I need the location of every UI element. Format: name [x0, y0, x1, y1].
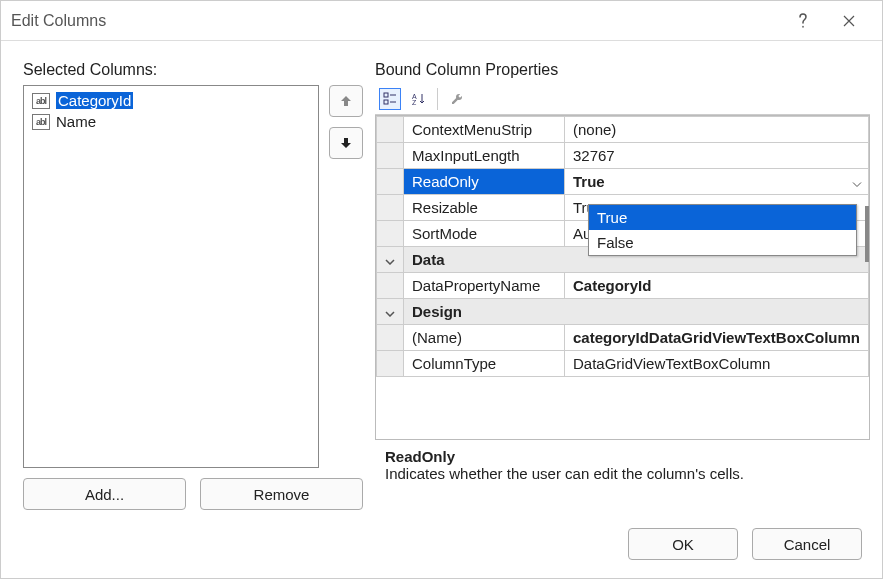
- add-button[interactable]: Add...: [23, 478, 186, 510]
- prop-value[interactable]: DataGridViewTextBoxColumn: [564, 351, 868, 377]
- dropdown-option-true[interactable]: True: [589, 205, 856, 230]
- prop-name: ContextMenuStrip: [404, 117, 565, 143]
- alphabetical-icon: AZ: [411, 92, 425, 106]
- columns-listbox[interactable]: abl CategoryId abl Name: [23, 85, 319, 468]
- edit-columns-dialog: Edit Columns Selected Columns: abl Categ…: [0, 0, 883, 579]
- window-title: Edit Columns: [11, 12, 780, 30]
- help-title: ReadOnly: [385, 448, 860, 465]
- property-row[interactable]: DataPropertyNameCategoryId: [377, 273, 869, 299]
- selected-columns-label: Selected Columns:: [23, 61, 363, 79]
- cancel-button[interactable]: Cancel: [752, 528, 862, 560]
- svg-text:Z: Z: [412, 99, 417, 106]
- dropdown-option-false[interactable]: False: [589, 230, 856, 255]
- property-row[interactable]: ContextMenuStrip(none): [377, 117, 869, 143]
- prop-name: ColumnType: [404, 351, 565, 377]
- toolbar-separator: [437, 88, 438, 110]
- property-row-selected[interactable]: ReadOnlyTrue: [377, 169, 869, 195]
- chevron-down-icon: [385, 311, 395, 317]
- property-grid-toolbar: AZ: [375, 83, 870, 115]
- move-up-button[interactable]: [329, 85, 363, 117]
- property-category[interactable]: Design: [377, 299, 869, 325]
- selected-columns-panel: Selected Columns: abl CategoryId abl Nam…: [23, 61, 363, 510]
- property-grid[interactable]: ContextMenuStrip(none) MaxInputLength327…: [375, 115, 870, 440]
- bound-props-label: Bound Column Properties: [375, 61, 870, 79]
- prop-value[interactable]: (none): [564, 117, 868, 143]
- textbox-column-icon: abl: [32, 114, 50, 130]
- help-pane: ReadOnly Indicates whether the user can …: [375, 440, 870, 510]
- prop-name: SortMode: [404, 221, 565, 247]
- prop-name: Resizable: [404, 195, 565, 221]
- arrow-down-icon: [340, 137, 352, 149]
- help-button[interactable]: [780, 1, 826, 41]
- categorized-view-button[interactable]: [379, 88, 401, 110]
- list-item-label: Name: [56, 113, 96, 130]
- alphabetical-view-button[interactable]: AZ: [407, 88, 429, 110]
- prop-name: DataPropertyName: [404, 273, 565, 299]
- close-button[interactable]: [826, 1, 872, 41]
- list-item[interactable]: abl CategoryId: [28, 90, 314, 111]
- category-label: Design: [404, 299, 869, 325]
- property-row[interactable]: ColumnTypeDataGridViewTextBoxColumn: [377, 351, 869, 377]
- chevron-down-icon: [385, 259, 395, 265]
- categorized-icon: [383, 92, 397, 106]
- svg-rect-1: [384, 100, 388, 104]
- close-icon: [842, 14, 856, 28]
- prop-name: MaxInputLength: [404, 143, 565, 169]
- arrow-up-icon: [340, 95, 352, 107]
- prop-name: (Name): [404, 325, 565, 351]
- prop-value[interactable]: categoryIdDataGridViewTextBoxColumn: [564, 325, 868, 351]
- textbox-column-icon: abl: [32, 93, 50, 109]
- chevron-down-icon[interactable]: [852, 173, 862, 190]
- property-row[interactable]: MaxInputLength32767: [377, 143, 869, 169]
- list-item[interactable]: abl Name: [28, 111, 314, 132]
- help-icon: [797, 13, 809, 29]
- prop-value[interactable]: CategoryId: [564, 273, 868, 299]
- property-pages-button[interactable]: [446, 88, 468, 110]
- help-text: Indicates whether the user can edit the …: [385, 465, 860, 482]
- property-row[interactable]: (Name)categoryIdDataGridViewTextBoxColum…: [377, 325, 869, 351]
- svg-rect-0: [384, 93, 388, 97]
- titlebar: Edit Columns: [1, 1, 882, 41]
- dialog-footer: OK Cancel: [1, 522, 882, 578]
- prop-value[interactable]: True: [564, 169, 868, 195]
- ok-button[interactable]: OK: [628, 528, 738, 560]
- scrollbar-thumb[interactable]: [865, 206, 869, 262]
- list-item-label: CategoryId: [56, 92, 133, 109]
- move-down-button[interactable]: [329, 127, 363, 159]
- property-panel: Bound Column Properties AZ ContextMenuSt…: [375, 61, 870, 510]
- wrench-icon: [450, 92, 464, 106]
- readonly-dropdown[interactable]: True False: [588, 204, 857, 256]
- remove-button[interactable]: Remove: [200, 478, 363, 510]
- prop-name: ReadOnly: [404, 169, 565, 195]
- prop-value[interactable]: 32767: [564, 143, 868, 169]
